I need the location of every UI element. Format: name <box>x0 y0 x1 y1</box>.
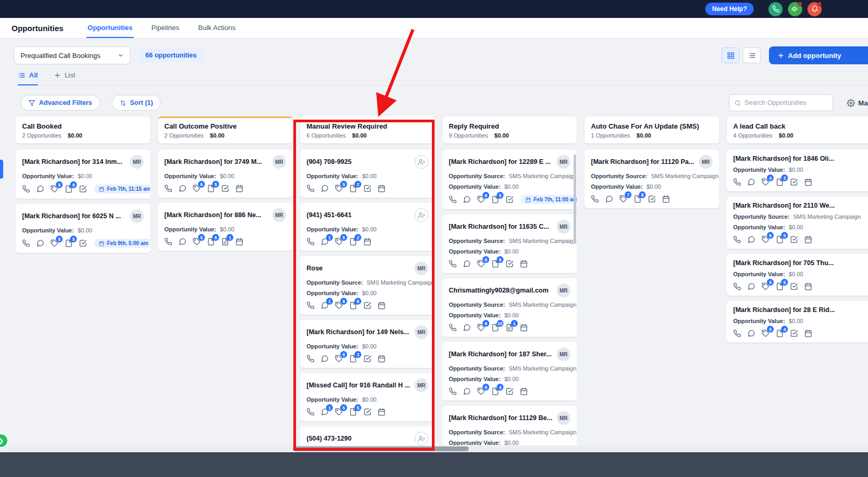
opportunity-card[interactable]: [Mark Richardson] for 28 E Rid...Opportu… <box>727 301 868 343</box>
opportunity-card[interactable]: [Mark Richardson] for 6025 N ...MROpport… <box>16 204 150 253</box>
file-icon[interactable]: 3 <box>776 178 784 186</box>
tag-icon[interactable]: 5 <box>335 184 343 192</box>
chat-icon[interactable] <box>747 178 755 186</box>
calendar-icon[interactable] <box>235 184 243 192</box>
phone-icon[interactable] <box>22 239 30 247</box>
column-scrollbar-thumb[interactable] <box>574 154 576 244</box>
check-icon[interactable] <box>506 260 514 268</box>
file-icon[interactable]: 2 <box>349 184 357 192</box>
chat-icon[interactable] <box>36 185 44 193</box>
tab-opportunities[interactable]: Opportunities <box>86 18 133 38</box>
file-icon[interactable]: 8 <box>349 301 357 309</box>
tab-pipelines[interactable]: Pipelines <box>151 18 181 38</box>
phone-icon[interactable] <box>449 196 457 203</box>
check-icon[interactable] <box>790 236 798 244</box>
column-header[interactable]: Call Outcome Positive2 Opportunities$0.0… <box>158 116 292 143</box>
file-icon[interactable]: 5 <box>491 196 499 203</box>
tag-icon[interactable]: 5 <box>335 355 343 363</box>
opportunity-card[interactable]: [Mark Richardson] for 1846 Oli...Opportu… <box>727 150 868 191</box>
note-icon[interactable]: 1 <box>506 324 514 332</box>
advanced-filters-button[interactable]: Advanced Filters <box>21 95 100 111</box>
check-icon[interactable] <box>79 239 87 247</box>
phone-icon[interactable] <box>733 236 741 244</box>
chat-icon[interactable] <box>321 355 329 363</box>
calendar-icon[interactable] <box>378 301 386 309</box>
opportunity-card[interactable]: [Missed Call] for 916 Randall H ...MROpp… <box>300 373 435 421</box>
tag-icon[interactable]: 6 <box>477 260 485 268</box>
file-icon[interactable]: 5 <box>776 236 784 244</box>
calendar-icon[interactable] <box>378 408 386 416</box>
check-icon[interactable] <box>506 387 514 395</box>
chat-icon[interactable] <box>605 195 613 203</box>
opportunity-card[interactable]: [Mark Richardson] for 149 Nels...MROppor… <box>300 320 435 368</box>
megaphone-icon[interactable] <box>788 2 802 16</box>
file-icon[interactable]: 5 <box>776 283 784 290</box>
opportunity-card[interactable]: RoseMROpportunity Source:SMS Marketing C… <box>300 256 435 315</box>
phone-icon[interactable] <box>307 355 314 363</box>
file-icon[interactable]: 5 <box>349 408 357 416</box>
phone-icon[interactable] <box>164 238 172 246</box>
file-icon[interactable]: 8 <box>634 195 642 203</box>
calendar-icon[interactable] <box>804 178 812 186</box>
tag-icon[interactable]: 5 <box>762 329 770 337</box>
tag-icon[interactable]: 6 <box>335 301 343 309</box>
chat-icon[interactable] <box>463 260 471 268</box>
opportunity-card[interactable]: (904) 708-9925Opportunity Value:$0.0052 <box>300 150 435 198</box>
sidebar-toggle-tab[interactable] <box>0 160 3 179</box>
phone-icon[interactable] <box>307 408 314 416</box>
tag-icon[interactable]: 6 <box>762 236 770 244</box>
file-icon[interactable]: 9 <box>65 185 73 193</box>
column-header[interactable]: Reply Required9 Opportunities$0.00 <box>442 116 577 143</box>
chat-icon[interactable] <box>179 238 186 246</box>
horizontal-scrollbar-thumb[interactable] <box>293 446 469 451</box>
tag-icon[interactable]: 5 <box>335 238 343 246</box>
column-header[interactable]: Auto Chase For An Update (SMS)1 Opportun… <box>585 116 719 143</box>
chat-icon[interactable]: 1 <box>321 301 329 309</box>
file-icon[interactable]: 3 <box>349 355 357 363</box>
phone-icon[interactable] <box>591 195 599 203</box>
file-icon[interactable]: 5 <box>65 239 73 247</box>
phone-icon[interactable] <box>733 283 741 290</box>
tag-icon[interactable]: 6 <box>477 196 485 203</box>
need-help-button[interactable]: Need Help? <box>705 3 754 15</box>
tag-icon[interactable]: 4 <box>762 178 770 186</box>
calendar-icon[interactable] <box>520 324 528 332</box>
tag-icon[interactable]: 5 <box>335 408 343 416</box>
check-icon[interactable] <box>506 196 514 203</box>
file-icon[interactable]: 4 <box>491 387 499 395</box>
opportunity-card[interactable]: [Mark Richardson] for 314 Inm...MROpport… <box>16 150 150 199</box>
column-header[interactable]: Call Booked2 Opportunities$0.00 <box>16 116 150 143</box>
check-icon[interactable] <box>790 178 798 186</box>
check-icon[interactable] <box>79 185 87 193</box>
phone-icon[interactable] <box>307 184 314 192</box>
phone-icon[interactable] <box>733 329 741 337</box>
calendar-icon[interactable] <box>804 283 812 290</box>
phone-icon[interactable] <box>449 260 457 268</box>
phone-icon[interactable] <box>164 184 172 192</box>
file-icon[interactable]: 5 <box>207 184 215 192</box>
phone-dialer-icon[interactable] <box>768 2 783 16</box>
file-icon[interactable]: 2 <box>349 238 357 246</box>
add-list-button[interactable]: List <box>54 71 75 85</box>
tag-icon[interactable]: 7 <box>619 195 627 203</box>
opportunity-card[interactable]: [Mark Richardson] for 705 Thu...Opportun… <box>727 254 868 296</box>
grid-view-button[interactable] <box>722 47 739 63</box>
pipeline-selector[interactable]: Prequalified Call Bookings <box>14 46 131 64</box>
tab-all[interactable]: All <box>18 71 38 85</box>
tag-icon[interactable]: 5 <box>193 238 201 246</box>
check-icon[interactable] <box>363 301 371 309</box>
file-icon[interactable]: 6 <box>491 260 499 268</box>
check-icon[interactable] <box>790 329 798 337</box>
tag-icon[interactable]: 5 <box>51 239 58 247</box>
calendar-icon[interactable] <box>363 238 371 246</box>
tag-icon[interactable]: 6 <box>193 184 201 192</box>
chat-icon[interactable]: 1 <box>321 408 329 416</box>
tag-icon[interactable]: 6 <box>477 324 485 332</box>
calendar-icon[interactable] <box>235 238 243 246</box>
check-icon[interactable] <box>790 283 798 290</box>
chat-icon[interactable] <box>747 236 755 244</box>
chat-icon[interactable] <box>36 239 44 247</box>
phone-icon[interactable] <box>733 178 741 186</box>
opportunity-card[interactable]: Chrismattingly9028@gmail.comMROpportunit… <box>442 278 577 337</box>
chat-icon[interactable]: 1 <box>321 238 329 246</box>
